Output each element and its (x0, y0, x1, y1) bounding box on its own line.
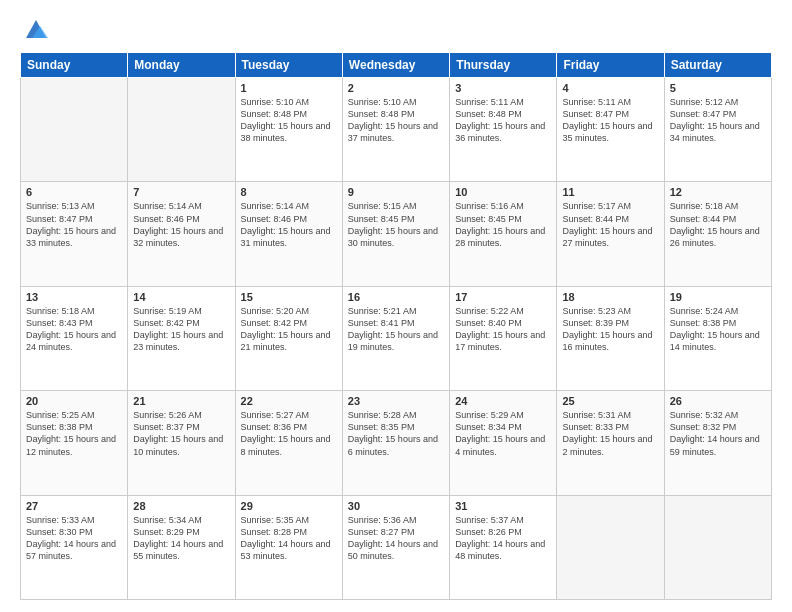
day-info: Sunrise: 5:13 AM Sunset: 8:47 PM Dayligh… (26, 200, 122, 249)
day-number: 27 (26, 500, 122, 512)
day-info: Sunrise: 5:14 AM Sunset: 8:46 PM Dayligh… (133, 200, 229, 249)
day-number: 1 (241, 82, 337, 94)
day-number: 15 (241, 291, 337, 303)
day-number: 13 (26, 291, 122, 303)
calendar-cell: 23Sunrise: 5:28 AM Sunset: 8:35 PM Dayli… (342, 391, 449, 495)
day-number: 2 (348, 82, 444, 94)
day-number: 26 (670, 395, 766, 407)
calendar-cell: 22Sunrise: 5:27 AM Sunset: 8:36 PM Dayli… (235, 391, 342, 495)
calendar-cell: 26Sunrise: 5:32 AM Sunset: 8:32 PM Dayli… (664, 391, 771, 495)
calendar-cell: 5Sunrise: 5:12 AM Sunset: 8:47 PM Daylig… (664, 78, 771, 182)
day-number: 23 (348, 395, 444, 407)
day-info: Sunrise: 5:15 AM Sunset: 8:45 PM Dayligh… (348, 200, 444, 249)
calendar-cell: 20Sunrise: 5:25 AM Sunset: 8:38 PM Dayli… (21, 391, 128, 495)
day-info: Sunrise: 5:11 AM Sunset: 8:48 PM Dayligh… (455, 96, 551, 145)
calendar-cell: 13Sunrise: 5:18 AM Sunset: 8:43 PM Dayli… (21, 286, 128, 390)
calendar-cell: 29Sunrise: 5:35 AM Sunset: 8:28 PM Dayli… (235, 495, 342, 599)
calendar-cell: 21Sunrise: 5:26 AM Sunset: 8:37 PM Dayli… (128, 391, 235, 495)
day-info: Sunrise: 5:27 AM Sunset: 8:36 PM Dayligh… (241, 409, 337, 458)
day-number: 24 (455, 395, 551, 407)
calendar-week-2: 6Sunrise: 5:13 AM Sunset: 8:47 PM Daylig… (21, 182, 772, 286)
day-number: 16 (348, 291, 444, 303)
day-info: Sunrise: 5:25 AM Sunset: 8:38 PM Dayligh… (26, 409, 122, 458)
day-number: 7 (133, 186, 229, 198)
calendar-cell: 2Sunrise: 5:10 AM Sunset: 8:48 PM Daylig… (342, 78, 449, 182)
day-info: Sunrise: 5:23 AM Sunset: 8:39 PM Dayligh… (562, 305, 658, 354)
weekday-saturday: Saturday (664, 53, 771, 78)
calendar-cell: 25Sunrise: 5:31 AM Sunset: 8:33 PM Dayli… (557, 391, 664, 495)
day-number: 14 (133, 291, 229, 303)
day-number: 10 (455, 186, 551, 198)
day-number: 9 (348, 186, 444, 198)
day-info: Sunrise: 5:34 AM Sunset: 8:29 PM Dayligh… (133, 514, 229, 563)
calendar-cell: 6Sunrise: 5:13 AM Sunset: 8:47 PM Daylig… (21, 182, 128, 286)
calendar-cell: 16Sunrise: 5:21 AM Sunset: 8:41 PM Dayli… (342, 286, 449, 390)
calendar-cell: 28Sunrise: 5:34 AM Sunset: 8:29 PM Dayli… (128, 495, 235, 599)
calendar-cell: 3Sunrise: 5:11 AM Sunset: 8:48 PM Daylig… (450, 78, 557, 182)
day-info: Sunrise: 5:35 AM Sunset: 8:28 PM Dayligh… (241, 514, 337, 563)
day-number: 19 (670, 291, 766, 303)
day-number: 20 (26, 395, 122, 407)
calendar-cell (128, 78, 235, 182)
day-info: Sunrise: 5:16 AM Sunset: 8:45 PM Dayligh… (455, 200, 551, 249)
calendar-cell: 1Sunrise: 5:10 AM Sunset: 8:48 PM Daylig… (235, 78, 342, 182)
calendar-cell: 7Sunrise: 5:14 AM Sunset: 8:46 PM Daylig… (128, 182, 235, 286)
calendar-cell (557, 495, 664, 599)
day-info: Sunrise: 5:22 AM Sunset: 8:40 PM Dayligh… (455, 305, 551, 354)
day-number: 25 (562, 395, 658, 407)
day-info: Sunrise: 5:14 AM Sunset: 8:46 PM Dayligh… (241, 200, 337, 249)
calendar-table: SundayMondayTuesdayWednesdayThursdayFrid… (20, 52, 772, 600)
calendar-week-3: 13Sunrise: 5:18 AM Sunset: 8:43 PM Dayli… (21, 286, 772, 390)
weekday-monday: Monday (128, 53, 235, 78)
weekday-sunday: Sunday (21, 53, 128, 78)
calendar-cell: 8Sunrise: 5:14 AM Sunset: 8:46 PM Daylig… (235, 182, 342, 286)
day-info: Sunrise: 5:19 AM Sunset: 8:42 PM Dayligh… (133, 305, 229, 354)
day-info: Sunrise: 5:31 AM Sunset: 8:33 PM Dayligh… (562, 409, 658, 458)
day-info: Sunrise: 5:18 AM Sunset: 8:44 PM Dayligh… (670, 200, 766, 249)
day-number: 12 (670, 186, 766, 198)
day-info: Sunrise: 5:10 AM Sunset: 8:48 PM Dayligh… (348, 96, 444, 145)
calendar-week-5: 27Sunrise: 5:33 AM Sunset: 8:30 PM Dayli… (21, 495, 772, 599)
calendar-cell (664, 495, 771, 599)
page: SundayMondayTuesdayWednesdayThursdayFrid… (0, 0, 792, 612)
day-info: Sunrise: 5:24 AM Sunset: 8:38 PM Dayligh… (670, 305, 766, 354)
day-info: Sunrise: 5:37 AM Sunset: 8:26 PM Dayligh… (455, 514, 551, 563)
day-number: 22 (241, 395, 337, 407)
calendar-cell: 19Sunrise: 5:24 AM Sunset: 8:38 PM Dayli… (664, 286, 771, 390)
weekday-wednesday: Wednesday (342, 53, 449, 78)
day-info: Sunrise: 5:12 AM Sunset: 8:47 PM Dayligh… (670, 96, 766, 145)
day-number: 21 (133, 395, 229, 407)
calendar-cell: 9Sunrise: 5:15 AM Sunset: 8:45 PM Daylig… (342, 182, 449, 286)
calendar-cell: 10Sunrise: 5:16 AM Sunset: 8:45 PM Dayli… (450, 182, 557, 286)
day-info: Sunrise: 5:20 AM Sunset: 8:42 PM Dayligh… (241, 305, 337, 354)
day-info: Sunrise: 5:17 AM Sunset: 8:44 PM Dayligh… (562, 200, 658, 249)
day-info: Sunrise: 5:21 AM Sunset: 8:41 PM Dayligh… (348, 305, 444, 354)
weekday-header-row: SundayMondayTuesdayWednesdayThursdayFrid… (21, 53, 772, 78)
day-number: 8 (241, 186, 337, 198)
calendar-cell: 18Sunrise: 5:23 AM Sunset: 8:39 PM Dayli… (557, 286, 664, 390)
day-number: 11 (562, 186, 658, 198)
day-info: Sunrise: 5:29 AM Sunset: 8:34 PM Dayligh… (455, 409, 551, 458)
calendar-cell: 4Sunrise: 5:11 AM Sunset: 8:47 PM Daylig… (557, 78, 664, 182)
calendar-cell (21, 78, 128, 182)
weekday-friday: Friday (557, 53, 664, 78)
calendar-cell: 11Sunrise: 5:17 AM Sunset: 8:44 PM Dayli… (557, 182, 664, 286)
day-info: Sunrise: 5:18 AM Sunset: 8:43 PM Dayligh… (26, 305, 122, 354)
day-number: 28 (133, 500, 229, 512)
day-number: 17 (455, 291, 551, 303)
weekday-thursday: Thursday (450, 53, 557, 78)
day-number: 3 (455, 82, 551, 94)
calendar-cell: 24Sunrise: 5:29 AM Sunset: 8:34 PM Dayli… (450, 391, 557, 495)
calendar-cell: 12Sunrise: 5:18 AM Sunset: 8:44 PM Dayli… (664, 182, 771, 286)
day-number: 31 (455, 500, 551, 512)
header (20, 16, 772, 44)
day-info: Sunrise: 5:28 AM Sunset: 8:35 PM Dayligh… (348, 409, 444, 458)
calendar-week-1: 1Sunrise: 5:10 AM Sunset: 8:48 PM Daylig… (21, 78, 772, 182)
calendar-cell: 17Sunrise: 5:22 AM Sunset: 8:40 PM Dayli… (450, 286, 557, 390)
day-info: Sunrise: 5:32 AM Sunset: 8:32 PM Dayligh… (670, 409, 766, 458)
day-info: Sunrise: 5:33 AM Sunset: 8:30 PM Dayligh… (26, 514, 122, 563)
calendar-cell: 30Sunrise: 5:36 AM Sunset: 8:27 PM Dayli… (342, 495, 449, 599)
day-number: 29 (241, 500, 337, 512)
day-info: Sunrise: 5:26 AM Sunset: 8:37 PM Dayligh… (133, 409, 229, 458)
day-number: 6 (26, 186, 122, 198)
